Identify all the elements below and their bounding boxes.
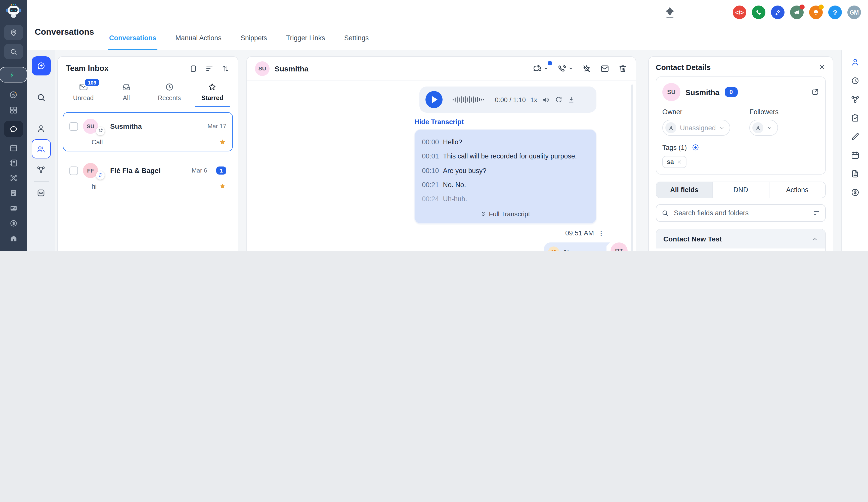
sort-icon[interactable]	[221, 64, 230, 73]
workspace-logo	[661, 5, 679, 20]
followers-select[interactable]	[750, 120, 778, 136]
contact-tool-payments-icon[interactable]	[850, 188, 860, 197]
dialer-phone-button[interactable]	[752, 6, 765, 19]
filter-icon[interactable]	[205, 64, 214, 73]
contact-tool-tasks-icon[interactable]	[850, 113, 860, 123]
tab-conversations[interactable]: Conversations	[108, 25, 157, 50]
conversation-item[interactable]: FF Flé Fla & Bagel Mar 6 1 hi	[63, 156, 233, 196]
conversation-list: SU Susmitha Mar 17 Call	[58, 107, 238, 251]
phone-icon	[755, 9, 762, 16]
sidebar-location-button[interactable]	[4, 25, 23, 40]
open-contact-icon[interactable]	[811, 88, 819, 96]
item-checkbox[interactable]	[69, 122, 78, 131]
starred-icon[interactable]	[219, 138, 226, 146]
call-button[interactable]	[557, 64, 573, 73]
channel-phone-icon	[96, 126, 105, 135]
nav-home-icon[interactable]	[9, 234, 18, 243]
team-inbox-toggle-button[interactable]	[31, 139, 51, 158]
nav-contacts-icon[interactable]	[9, 158, 18, 167]
close-icon[interactable]	[818, 63, 826, 71]
hide-transcript-link[interactable]: Hide Transcript	[414, 118, 597, 126]
chat-channels-icon	[532, 63, 542, 73]
chat-scrollbar[interactable]	[631, 84, 633, 251]
item-checkbox[interactable]	[69, 166, 78, 175]
reload-icon[interactable]	[555, 95, 563, 104]
download-icon[interactable]	[567, 95, 575, 104]
inbox-tab-starred[interactable]: Starred	[191, 79, 234, 107]
field-first-name[interactable]: First name Susmitha	[663, 250, 818, 251]
nav-coin-icon[interactable]	[9, 219, 18, 228]
volume-icon[interactable]	[541, 95, 550, 104]
play-button[interactable]	[425, 91, 443, 108]
message-row: No answer DT	[405, 242, 628, 251]
owner-select[interactable]: Unassigned	[662, 120, 731, 136]
section-header[interactable]: Contact New Test	[656, 229, 825, 248]
inbox-tab-all[interactable]: All	[105, 79, 148, 107]
sidebar-search-button[interactable]	[4, 44, 23, 59]
nav-dashboard-icon[interactable]	[9, 106, 18, 115]
nav-payments-icon[interactable]	[9, 188, 18, 198]
page-title: Conversations	[35, 27, 94, 37]
contact-tool-associations-icon[interactable]	[850, 94, 860, 104]
notifications-button[interactable]	[809, 6, 823, 19]
contact-tool-documents-icon[interactable]	[850, 169, 860, 178]
new-conversation-button[interactable]	[31, 57, 51, 75]
contact-tool-notes-icon[interactable]	[850, 132, 860, 141]
tab-trigger-links[interactable]: Trigger Links	[285, 25, 326, 50]
unstar-icon[interactable]	[582, 64, 591, 73]
tab-manual-actions[interactable]: Manual Actions	[175, 25, 223, 50]
tab-dnd[interactable]: DND	[712, 182, 769, 198]
preview-eye-icon[interactable]	[36, 188, 46, 198]
tab-actions[interactable]: Actions	[769, 182, 825, 198]
profile-avatar[interactable]: GM	[847, 6, 861, 19]
mark-unread-mail-icon[interactable]	[600, 64, 610, 73]
conversation-item-selected[interactable]: SU Susmitha Mar 17 Call	[63, 112, 233, 151]
nav-calendar-icon[interactable]	[9, 143, 18, 152]
inbox-tab-label: Recents	[158, 94, 181, 102]
inbox-tab-recents[interactable]: Recents	[148, 79, 191, 107]
single-contact-icon[interactable]	[36, 124, 46, 133]
automation-trio-icon[interactable]	[36, 165, 46, 175]
tab-all-fields[interactable]: All fields	[656, 182, 712, 198]
add-tag-icon[interactable]	[692, 143, 700, 151]
person-icon	[753, 122, 764, 133]
contact-tool-history-icon[interactable]	[850, 76, 860, 85]
inbox-tab-unread[interactable]: 109 Unread	[62, 79, 105, 107]
remove-tag-icon[interactable]	[677, 160, 682, 164]
dev-code-button[interactable]: </>	[733, 6, 746, 19]
person-icon	[665, 122, 676, 133]
contact-tool-appointments-icon[interactable]	[850, 151, 860, 160]
nav-conversations-icon[interactable]	[4, 121, 23, 137]
full-transcript-button[interactable]: Full Transcript	[422, 206, 589, 220]
tab-snippets[interactable]: Snippets	[240, 25, 268, 50]
tab-settings[interactable]: Settings	[343, 25, 370, 50]
tag-chip[interactable]: sa	[662, 156, 686, 168]
channel-select-button[interactable]	[532, 63, 549, 73]
chevron-down-icon	[544, 66, 549, 71]
fields-search-input[interactable]	[673, 209, 809, 217]
inbox-tab-label: Unread	[73, 94, 94, 102]
nav-crm-card-icon[interactable]	[9, 204, 18, 213]
phone-ring-icon	[557, 64, 567, 73]
chevron-down-icon	[767, 125, 773, 131]
contact-count-badge: 0	[724, 87, 738, 97]
contact-tool-person-icon[interactable]	[850, 57, 860, 67]
compact-view-icon[interactable]	[189, 64, 198, 73]
nav-terminal-icon[interactable]	[9, 249, 18, 251]
nav-opportunities-icon[interactable]	[9, 174, 18, 183]
sidebar-bolt-button[interactable]	[0, 67, 27, 82]
ai-assistant-button[interactable]	[771, 6, 785, 19]
sidebar-divider	[33, 181, 49, 182]
conversation-search-icon[interactable]	[36, 93, 46, 103]
nav-launchpad-icon[interactable]	[9, 90, 18, 100]
inbox-header: Team Inbox	[58, 57, 238, 75]
starred-icon[interactable]	[219, 183, 226, 190]
message-menu-icon[interactable]: ⋮	[598, 229, 604, 237]
help-button[interactable]: ?	[828, 6, 842, 19]
team-inbox-panel: Team Inbox 109 Unread	[57, 57, 238, 251]
playback-rate-button[interactable]: 1x	[530, 96, 537, 103]
delete-trash-icon[interactable]	[618, 64, 628, 73]
announcements-button[interactable]	[790, 6, 804, 19]
message-history[interactable]: 0:00 / 1:10 1x Hide Transcript 00:00Hell…	[247, 81, 636, 251]
fields-search[interactable]	[656, 204, 826, 222]
